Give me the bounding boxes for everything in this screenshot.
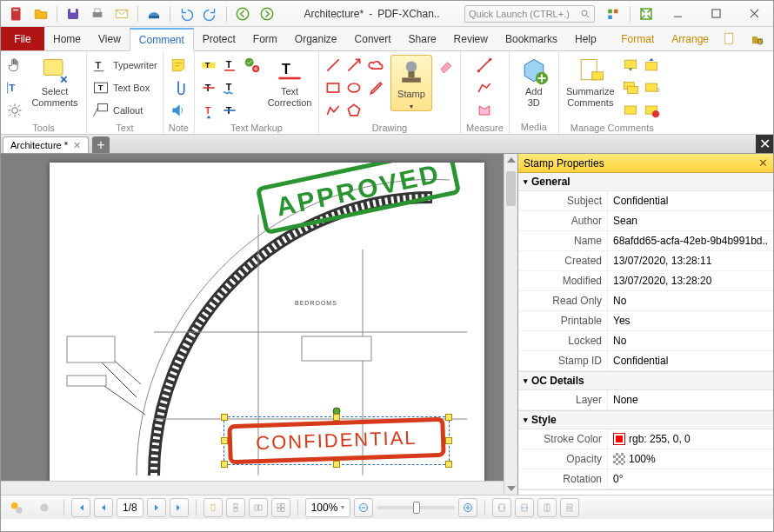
comment-list-icon[interactable]: [622, 79, 639, 96]
single-page-button[interactable]: [204, 498, 223, 517]
horizontal-scrollbar[interactable]: [1, 481, 504, 495]
tab-help[interactable]: Help: [566, 27, 605, 50]
callout-button[interactable]: Callout: [92, 100, 157, 121]
sticky-note-icon[interactable]: [170, 57, 187, 74]
sound-icon[interactable]: [170, 102, 187, 119]
two-page-button[interactable]: [249, 498, 268, 517]
tab-view[interactable]: View: [90, 27, 130, 50]
close-all-docs[interactable]: ✕: [756, 135, 773, 153]
underline-icon[interactable]: T: [221, 57, 238, 74]
quick-launch-input[interactable]: Quick Launch (CTRL+.): [464, 5, 595, 23]
fit-page-button[interactable]: [492, 498, 511, 517]
summarize-comments-button[interactable]: Summarize Comments: [564, 55, 617, 108]
ui-options-icon[interactable]: [604, 3, 624, 24]
tab-bookmarks[interactable]: Bookmarks: [497, 27, 566, 50]
close-button[interactable]: [735, 2, 773, 26]
tab-form[interactable]: Form: [244, 27, 286, 50]
arrow-icon[interactable]: [345, 57, 363, 74]
zoom-out-button[interactable]: [354, 498, 373, 517]
next-page-button[interactable]: [147, 498, 166, 517]
prop-opacity[interactable]: 100%: [607, 449, 773, 469]
cloud-icon[interactable]: [368, 57, 385, 74]
rect-icon[interactable]: [324, 79, 342, 96]
pencil-icon[interactable]: [368, 79, 385, 96]
hand-tool-icon[interactable]: [6, 57, 23, 74]
strikeout-icon[interactable]: T: [200, 79, 217, 96]
tab-share[interactable]: Share: [400, 27, 445, 50]
typewriter-button[interactable]: TTypewriter: [92, 55, 157, 76]
zoom-slider[interactable]: [377, 506, 455, 509]
polygon-icon[interactable]: [345, 102, 363, 119]
save-icon[interactable]: [63, 3, 83, 24]
prev-page-button[interactable]: [94, 498, 113, 517]
comment-delete-icon[interactable]: [643, 102, 660, 119]
prop-readonly[interactable]: No: [607, 291, 773, 310]
fit-width-button[interactable]: [515, 498, 534, 517]
textbox-button[interactable]: TText Box: [92, 77, 157, 98]
undo-icon[interactable]: [176, 3, 197, 24]
last-page-button[interactable]: [170, 498, 189, 517]
comment-flatten-icon[interactable]: [643, 79, 660, 96]
open-icon[interactable]: [30, 3, 51, 24]
section-general[interactable]: ▾General: [518, 173, 773, 191]
tab-organize[interactable]: Organize: [286, 27, 346, 50]
tab-convert[interactable]: Convert: [346, 27, 400, 50]
attach-icon[interactable]: [170, 79, 187, 96]
close-doc-icon[interactable]: ✕: [73, 140, 81, 151]
perimeter-icon[interactable]: [476, 79, 493, 96]
area-icon[interactable]: [476, 102, 493, 119]
prop-author[interactable]: Sean: [607, 211, 773, 230]
text-select-icon[interactable]: T: [6, 79, 23, 96]
squiggly-icon[interactable]: T: [221, 79, 238, 96]
stamp-confidential-selection[interactable]: CONFIDENTIAL: [224, 416, 450, 465]
prop-stroke-color[interactable]: rgb: 255, 0, 0: [607, 429, 773, 449]
select-comments-button[interactable]: Select Comments: [29, 55, 81, 108]
comment-styles-icon[interactable]: [622, 102, 639, 119]
tab-file[interactable]: File: [1, 27, 44, 50]
fit-visible-button[interactable]: [537, 498, 557, 517]
zoom-level[interactable]: 100%▾: [305, 498, 351, 517]
tab-protect[interactable]: Protect: [194, 27, 244, 50]
properties-close-icon[interactable]: ✕: [758, 156, 768, 170]
new-doc-tab[interactable]: +: [92, 136, 110, 153]
section-oc-details[interactable]: ▾OC Details: [518, 372, 773, 390]
add-3d-button[interactable]: Add 3D: [515, 55, 553, 108]
text-correction-button[interactable]: T Text Correction: [266, 55, 313, 108]
line-icon[interactable]: [324, 57, 342, 74]
vertical-scrollbar[interactable]: [504, 154, 517, 495]
comment-import-icon[interactable]: [622, 57, 639, 74]
tab-comment[interactable]: Comment: [130, 28, 194, 51]
highlight-icon[interactable]: T: [200, 57, 217, 74]
prop-subject[interactable]: Confidential: [607, 191, 773, 210]
stamp-button[interactable]: Stamp ▾: [390, 55, 432, 111]
gear-icon[interactable]: [6, 102, 23, 119]
document-tab[interactable]: Architecture * ✕: [3, 136, 89, 153]
fit-icon[interactable]: [636, 3, 657, 24]
continuous-button[interactable]: [226, 498, 245, 517]
distance-icon[interactable]: [476, 57, 493, 74]
mail-icon[interactable]: [111, 3, 132, 24]
insert-text-icon[interactable]: T: [200, 102, 217, 119]
tab-review[interactable]: Review: [445, 27, 497, 50]
first-page-button[interactable]: [71, 498, 90, 517]
actual-size-button[interactable]: [560, 498, 579, 517]
maximize-button[interactable]: [697, 2, 735, 26]
options-gear-icon[interactable]: [6, 497, 27, 518]
find-icon[interactable]: [747, 29, 768, 50]
prop-rotation[interactable]: 0°: [607, 469, 773, 489]
comment-export-icon[interactable]: [643, 57, 660, 74]
tab-home[interactable]: Home: [44, 27, 90, 50]
print-icon[interactable]: [87, 3, 108, 24]
minimize-button[interactable]: [658, 2, 697, 26]
oval-icon[interactable]: [345, 79, 363, 96]
prop-printable[interactable]: Yes: [607, 311, 773, 330]
options-gear-2-icon[interactable]: [34, 497, 55, 518]
nav-back-icon[interactable]: [232, 3, 253, 24]
polygon-line-icon[interactable]: [324, 102, 342, 119]
scan-icon[interactable]: [143, 3, 164, 24]
tab-format[interactable]: Format: [612, 27, 663, 50]
document-canvas[interactable]: BEDROOMS APPROVED CONFIDENTIAL: [1, 154, 517, 495]
nav-fwd-icon[interactable]: [257, 3, 277, 24]
two-continuous-button[interactable]: [271, 498, 290, 517]
check-annotation-icon[interactable]: [244, 57, 261, 74]
